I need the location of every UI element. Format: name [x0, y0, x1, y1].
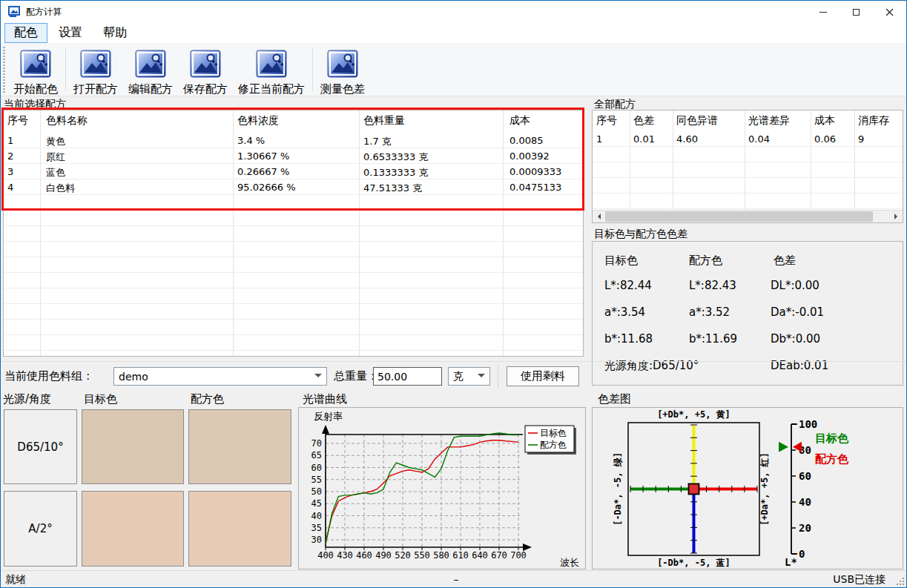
- toolbar-label: 测量色差: [320, 82, 365, 96]
- maximize-icon: [853, 9, 860, 16]
- total-weight-input[interactable]: 50.00: [373, 367, 442, 386]
- legend-label: 配方色: [540, 440, 567, 450]
- edit-formula-button[interactable]: 编辑配方: [123, 45, 178, 98]
- toolbar-label: 保存配方: [183, 82, 228, 96]
- sample-point-marker: [689, 484, 699, 495]
- cell-no: 2: [7, 151, 13, 162]
- l-axis-title: L*: [785, 556, 797, 568]
- legend-配方色: 配方色: [815, 452, 849, 466]
- color-diff-chart-svg: [+Db*, +5, 黄][-Db*, -5, 蓝][-Da*, -5, 绿][…: [593, 408, 903, 569]
- cell-concentration: 1.30667 %: [237, 151, 289, 162]
- correct-formula-button[interactable]: 修正当前配方: [233, 45, 310, 98]
- cell-concentration: 0.26667 %: [237, 166, 289, 177]
- axis-label-right: [+Da*, +5, 红]: [759, 452, 770, 526]
- color-diff-chart-title: 色差图: [598, 392, 631, 406]
- diff-panel-title: 目标色与配方色色差: [594, 228, 687, 241]
- formula-L: L*:82.43: [689, 279, 736, 292]
- picture-icon: [326, 47, 360, 81]
- cell-weight: 1.7 克: [363, 135, 392, 148]
- target-b: b*:11.68: [604, 332, 653, 346]
- cell-no: 4: [7, 182, 13, 193]
- use-leftover-label: 使用剩料: [521, 369, 565, 383]
- use-leftover-button[interactable]: 使用剩料: [507, 366, 579, 386]
- column-header[interactable]: 光谱差异: [748, 114, 790, 128]
- column-header[interactable]: 成本: [509, 114, 530, 128]
- column-header[interactable]: 成本: [814, 114, 835, 128]
- menu-item-color-matching[interactable]: 配色: [4, 23, 47, 43]
- cell-weight: 0.1333333 克: [363, 166, 428, 179]
- resize-grip-icon[interactable]: [896, 577, 905, 586]
- toolbar-label: 开始配色: [13, 82, 58, 96]
- x-axis-arrow: [523, 544, 532, 551]
- save-formula-button[interactable]: 保存配方: [178, 45, 233, 98]
- status-usb: USB已连接: [833, 573, 885, 587]
- x-tick-label: 400: [317, 550, 334, 561]
- column-header[interactable]: 色料浓度: [237, 114, 279, 128]
- column-header[interactable]: 序号: [596, 114, 617, 128]
- axis-label-bottom: [-Db*, -5, 蓝]: [657, 558, 730, 568]
- horizontal-scrollbar[interactable]: [593, 210, 903, 222]
- x-tick-label: 580: [433, 550, 449, 561]
- picture-icon: [188, 47, 222, 81]
- cell-spectral-diff: 0.04: [748, 133, 770, 145]
- x-tick-label: 520: [395, 550, 411, 561]
- cell-cost: 0.0085: [509, 135, 544, 146]
- toolbar-gripper[interactable]: [3, 47, 5, 93]
- unit-select[interactable]: 克: [448, 367, 490, 386]
- diff-header-formula: 配方色: [689, 254, 722, 268]
- cell-stock: 9: [858, 133, 864, 145]
- chevron-down-icon: [314, 374, 322, 381]
- column-header[interactable]: 消库存: [858, 114, 889, 128]
- measure-color-diff-button[interactable]: 测量色差: [315, 45, 370, 98]
- cell-weight: 0.6533333 克: [363, 151, 428, 164]
- menu-item-help[interactable]: 帮助: [93, 23, 136, 43]
- scrollbar-thumb[interactable]: [605, 211, 873, 222]
- all-formulas-table[interactable]: 序号 色差 同色异谱 光谱差异 成本 消库存 1 0.01 4.60 0.04 …: [592, 110, 903, 223]
- column-header[interactable]: 色料名称: [46, 114, 88, 128]
- x-axis-title: 波长: [560, 557, 579, 568]
- close-icon: [885, 8, 894, 16]
- unit-value: 克: [453, 370, 464, 383]
- minimize-icon: [819, 12, 827, 13]
- scroll-left-arrow[interactable]: [593, 211, 605, 222]
- spectral-chart-panel: 3035404550556065704004304604905205505806…: [298, 407, 586, 569]
- axis-label-left: [-Da*, -5, 绿]: [613, 452, 623, 526]
- y-tick-label: 40: [311, 511, 322, 521]
- maximize-button[interactable]: [840, 1, 873, 23]
- spectral-chart-svg: 3035404550556065704004304604905205505806…: [299, 408, 585, 569]
- column-header[interactable]: 序号: [7, 114, 28, 128]
- y-tick-label: 30: [311, 535, 322, 545]
- start-matching-button[interactable]: 开始配色: [8, 45, 63, 98]
- window-title: 配方计算: [26, 6, 62, 19]
- menu-bar: 配色 设置 帮助: [1, 23, 906, 43]
- formula-swatch-a2: [188, 491, 291, 566]
- x-tick-label: 670: [491, 550, 507, 561]
- target-a: a*:3.54: [604, 305, 645, 319]
- cell-cost: 0.00392: [509, 151, 550, 162]
- cell-no: 3: [7, 166, 13, 177]
- menu-item-settings[interactable]: 设置: [49, 23, 92, 43]
- column-header[interactable]: 色料重量: [363, 114, 405, 128]
- cell-concentration: 3.4 %: [237, 135, 265, 146]
- total-weight-value: 50.00: [377, 371, 407, 383]
- cell-name: 蓝色: [46, 166, 65, 179]
- status-bar: 就绪 – USB已连接: [1, 570, 906, 587]
- l-tick-label: 40: [799, 496, 811, 508]
- column-header[interactable]: 色差: [633, 114, 654, 128]
- delta-L: DL*:0.00: [771, 279, 819, 292]
- cell-name: 原红: [46, 151, 65, 164]
- colorant-group-select[interactable]: demo: [113, 367, 327, 386]
- cell-no: 1: [7, 135, 13, 146]
- cell-cost: 0.0009333: [509, 166, 561, 177]
- current-formula-table[interactable]: 序号 色料名称 色料浓度 色料重量 成本 1 黄色 3.4 % 1.7 克 0.…: [3, 110, 584, 357]
- minimize-button[interactable]: [806, 1, 840, 23]
- samples-header-illuminant: 光源/角度: [3, 392, 51, 406]
- samples-header-formula: 配方色: [191, 392, 224, 406]
- x-tick-label: 550: [414, 550, 430, 561]
- right-triangle-icon: [894, 214, 900, 219]
- open-formula-button[interactable]: 打开配方: [68, 45, 123, 98]
- scroll-right-arrow[interactable]: [890, 211, 903, 222]
- column-header[interactable]: 同色异谱: [676, 114, 718, 128]
- x-tick-label: 460: [356, 550, 372, 561]
- close-button[interactable]: [873, 1, 906, 23]
